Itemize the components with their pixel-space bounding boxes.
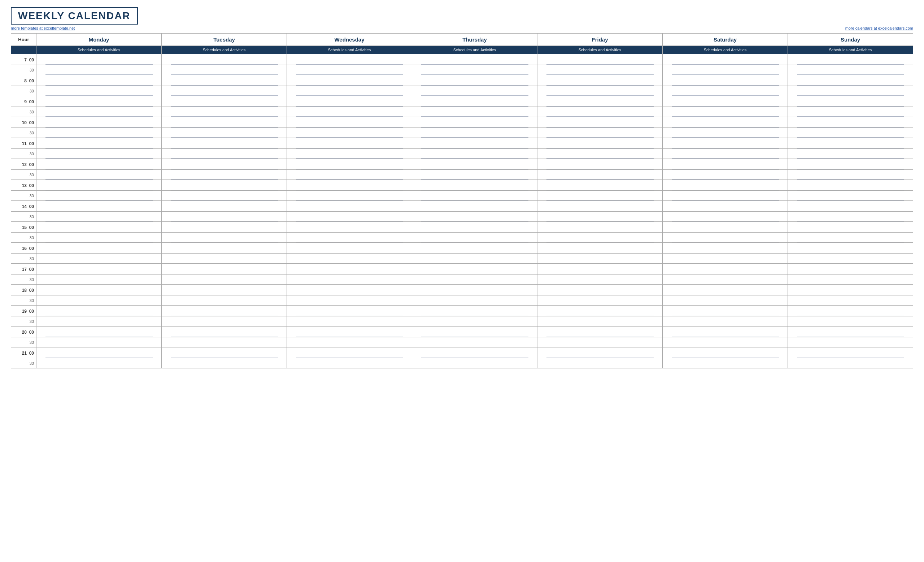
schedule-cell[interactable] xyxy=(287,54,412,65)
schedule-cell[interactable] xyxy=(788,128,913,138)
schedule-cell[interactable] xyxy=(287,243,412,254)
schedule-cell[interactable] xyxy=(287,264,412,275)
schedule-cell[interactable] xyxy=(287,358,412,368)
schedule-cell[interactable] xyxy=(162,149,287,159)
schedule-cell[interactable] xyxy=(412,96,537,107)
schedule-cell[interactable] xyxy=(36,347,162,358)
schedule-cell[interactable] xyxy=(162,347,287,358)
schedule-cell[interactable] xyxy=(287,275,412,285)
schedule-cell[interactable] xyxy=(36,222,162,233)
schedule-cell[interactable] xyxy=(36,212,162,222)
schedule-cell[interactable] xyxy=(663,254,788,264)
schedule-cell[interactable] xyxy=(663,128,788,138)
schedule-cell[interactable] xyxy=(412,212,537,222)
schedule-cell[interactable] xyxy=(788,96,913,107)
schedule-cell[interactable] xyxy=(663,233,788,243)
schedule-cell[interactable] xyxy=(537,149,663,159)
schedule-cell[interactable] xyxy=(412,201,537,212)
schedule-cell[interactable] xyxy=(287,233,412,243)
schedule-cell[interactable] xyxy=(788,316,913,326)
schedule-cell[interactable] xyxy=(663,358,788,368)
schedule-cell[interactable] xyxy=(537,326,663,337)
schedule-cell[interactable] xyxy=(162,233,287,243)
schedule-cell[interactable] xyxy=(36,305,162,316)
schedule-cell[interactable] xyxy=(788,54,913,65)
schedule-cell[interactable] xyxy=(162,222,287,233)
schedule-cell[interactable] xyxy=(412,65,537,75)
schedule-cell[interactable] xyxy=(36,201,162,212)
schedule-cell[interactable] xyxy=(287,201,412,212)
schedule-cell[interactable] xyxy=(287,347,412,358)
schedule-cell[interactable] xyxy=(537,243,663,254)
schedule-cell[interactable] xyxy=(412,75,537,86)
schedule-cell[interactable] xyxy=(287,222,412,233)
schedule-cell[interactable] xyxy=(287,128,412,138)
schedule-cell[interactable] xyxy=(412,138,537,149)
schedule-cell[interactable] xyxy=(287,107,412,117)
schedule-cell[interactable] xyxy=(162,296,287,305)
schedule-cell[interactable] xyxy=(537,222,663,233)
schedule-cell[interactable] xyxy=(663,54,788,65)
schedule-cell[interactable] xyxy=(162,326,287,337)
schedule-cell[interactable] xyxy=(663,86,788,96)
schedule-cell[interactable] xyxy=(36,138,162,149)
schedule-cell[interactable] xyxy=(663,191,788,201)
schedule-cell[interactable] xyxy=(537,275,663,285)
schedule-cell[interactable] xyxy=(287,159,412,170)
schedule-cell[interactable] xyxy=(537,358,663,368)
schedule-cell[interactable] xyxy=(537,117,663,128)
schedule-cell[interactable] xyxy=(412,275,537,285)
schedule-cell[interactable] xyxy=(663,275,788,285)
schedule-cell[interactable] xyxy=(788,201,913,212)
schedule-cell[interactable] xyxy=(788,337,913,347)
schedule-cell[interactable] xyxy=(537,65,663,75)
schedule-cell[interactable] xyxy=(537,347,663,358)
schedule-cell[interactable] xyxy=(162,180,287,191)
schedule-cell[interactable] xyxy=(537,296,663,305)
schedule-cell[interactable] xyxy=(788,149,913,159)
schedule-cell[interactable] xyxy=(412,191,537,201)
schedule-cell[interactable] xyxy=(537,337,663,347)
schedule-cell[interactable] xyxy=(287,305,412,316)
schedule-cell[interactable] xyxy=(36,170,162,180)
schedule-cell[interactable] xyxy=(412,86,537,96)
schedule-cell[interactable] xyxy=(537,96,663,107)
schedule-cell[interactable] xyxy=(537,170,663,180)
schedule-cell[interactable] xyxy=(788,243,913,254)
schedule-cell[interactable] xyxy=(162,254,287,264)
schedule-cell[interactable] xyxy=(537,254,663,264)
schedule-cell[interactable] xyxy=(663,180,788,191)
schedule-cell[interactable] xyxy=(36,337,162,347)
schedule-cell[interactable] xyxy=(788,254,913,264)
schedule-cell[interactable] xyxy=(287,170,412,180)
schedule-cell[interactable] xyxy=(287,254,412,264)
schedule-cell[interactable] xyxy=(412,296,537,305)
schedule-cell[interactable] xyxy=(537,191,663,201)
schedule-cell[interactable] xyxy=(162,96,287,107)
schedule-cell[interactable] xyxy=(36,128,162,138)
schedule-cell[interactable] xyxy=(663,96,788,107)
schedule-cell[interactable] xyxy=(162,212,287,222)
schedule-cell[interactable] xyxy=(663,337,788,347)
schedule-cell[interactable] xyxy=(412,159,537,170)
schedule-cell[interactable] xyxy=(788,275,913,285)
schedule-cell[interactable] xyxy=(162,107,287,117)
schedule-cell[interactable] xyxy=(663,296,788,305)
schedule-cell[interactable] xyxy=(537,264,663,275)
schedule-cell[interactable] xyxy=(788,138,913,149)
schedule-cell[interactable] xyxy=(412,180,537,191)
schedule-cell[interactable] xyxy=(162,54,287,65)
schedule-cell[interactable] xyxy=(162,128,287,138)
schedule-cell[interactable] xyxy=(287,316,412,326)
schedule-cell[interactable] xyxy=(663,117,788,128)
schedule-cell[interactable] xyxy=(287,296,412,305)
schedule-cell[interactable] xyxy=(36,191,162,201)
schedule-cell[interactable] xyxy=(287,75,412,86)
schedule-cell[interactable] xyxy=(162,316,287,326)
schedule-cell[interactable] xyxy=(162,201,287,212)
schedule-cell[interactable] xyxy=(287,96,412,107)
schedule-cell[interactable] xyxy=(663,201,788,212)
schedule-cell[interactable] xyxy=(663,243,788,254)
schedule-cell[interactable] xyxy=(537,305,663,316)
schedule-cell[interactable] xyxy=(537,75,663,86)
